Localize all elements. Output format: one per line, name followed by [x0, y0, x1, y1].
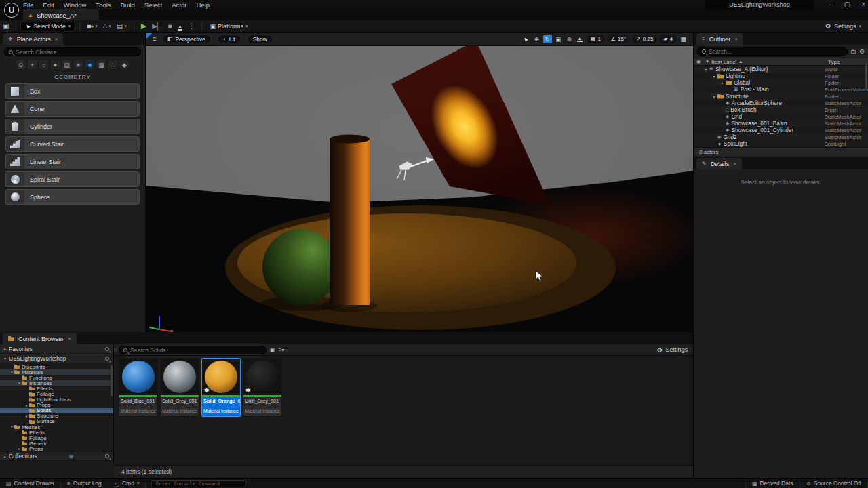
- viewport[interactable]: ≡ ◧ Perspective ◐ Lit Show ▲ ⊕ ↻ ▣ ⊛ ▲ ▦…: [146, 33, 693, 332]
- search-icon[interactable]: [105, 357, 109, 361]
- menu-item[interactable]: Actor: [172, 1, 186, 9]
- close-icon[interactable]: ×: [68, 336, 71, 342]
- folder-tree-row[interactable]: Props: [0, 446, 113, 451]
- asset-tile[interactable]: ✱ Unlit_Grey_001 Material Instance: [243, 358, 282, 417]
- derived-data-button[interactable]: ▦ Derived Data: [745, 479, 800, 488]
- menu-item[interactable]: Build: [121, 1, 135, 9]
- asset-tile[interactable]: ✱ Solid_Orange_001 Material Instance: [201, 358, 241, 417]
- close-button[interactable]: ×: [861, 1, 865, 8]
- maximize-viewport-button[interactable]: ▦: [679, 35, 688, 43]
- cylinder-top[interactable]: [330, 135, 370, 144]
- category-icon[interactable]: [85, 60, 94, 69]
- tab-place-actors[interactable]: ✛ Place Actors ×: [3, 33, 63, 45]
- folder-tree-row[interactable]: Materials: [0, 369, 113, 375]
- outliner-row[interactable]: Lighting Folder: [694, 73, 868, 79]
- expand-arrow-icon[interactable]: [719, 81, 725, 85]
- folder-tree-row[interactable]: Blueprints: [0, 364, 113, 369]
- folder-tree-row[interactable]: LightFunctions: [0, 397, 113, 403]
- stop-button[interactable]: ■: [165, 22, 175, 30]
- camera-speed-control[interactable]: ▰ 4: [659, 35, 677, 43]
- outliner-row[interactable]: Showcase_A (Editor) World: [694, 66, 868, 73]
- asset-tile[interactable]: ✱ Solid_Grey_001 Material Instance: [160, 358, 199, 417]
- outliner-row[interactable]: Showcase_001_Cylinder StaticMeshActor: [694, 127, 868, 134]
- menu-item[interactable]: Help: [196, 1, 210, 9]
- grid-snap-control[interactable]: ▦ 1: [587, 35, 605, 43]
- select-mode-dropdown[interactable]: ▲ Select Mode ▾: [20, 22, 75, 31]
- expand-arrow-icon[interactable]: [9, 425, 14, 429]
- close-icon[interactable]: ×: [55, 36, 58, 42]
- viewport-menu-icon[interactable]: ≡: [153, 35, 157, 43]
- minimize-button[interactable]: –: [829, 1, 833, 8]
- show-dropdown[interactable]: Show: [247, 35, 273, 43]
- outliner-row[interactable]: Grid2 StaticMeshActor: [694, 134, 868, 140]
- filter-icon[interactable]: ≡▾: [279, 347, 285, 353]
- add-actor-dropdown[interactable]: ■+ ▾: [84, 22, 100, 30]
- rotation-snap-control[interactable]: ∠ 15°: [607, 35, 630, 43]
- column-item-label[interactable]: Item Label: [711, 59, 736, 65]
- save-search-icon[interactable]: ▣: [270, 347, 275, 353]
- category-icon[interactable]: [120, 60, 129, 69]
- category-icon[interactable]: [97, 60, 106, 69]
- folder-tree-row[interactable]: Meshes: [0, 424, 113, 430]
- move-tool[interactable]: ⊕: [532, 35, 541, 43]
- console-command-input[interactable]: [151, 480, 246, 487]
- outliner-row[interactable]: Global Folder: [694, 79, 868, 86]
- output-log-button[interactable]: ≡ Output Log: [61, 479, 108, 488]
- viewport-scene[interactable]: [146, 46, 693, 332]
- tab-outliner[interactable]: ≡ Outliner ×: [696, 33, 743, 45]
- search-icon[interactable]: [105, 454, 109, 458]
- expand-arrow-icon[interactable]: [17, 447, 22, 451]
- category-icon[interactable]: [74, 60, 83, 69]
- folder-tree-row[interactable]: Props: [0, 403, 113, 408]
- expand-arrow-icon[interactable]: [711, 94, 717, 99]
- scale-tool[interactable]: ▣: [554, 35, 563, 43]
- folder-tree-row[interactable]: Instances: [0, 380, 113, 386]
- place-actor-item[interactable]: Curved Stair: [5, 136, 140, 152]
- outliner-row[interactable]: ArcadeEditorSphere StaticMeshActor: [694, 100, 868, 106]
- level-tab[interactable]: ▲ Showcase_A*: [23, 9, 99, 20]
- frame-skip-button[interactable]: ▶▏: [149, 22, 165, 30]
- source-control-button[interactable]: ⊘ Source Control Off: [800, 479, 868, 488]
- surface-snapping-toggle[interactable]: ▲: [576, 35, 585, 43]
- outliner-row[interactable]: Grid StaticMeshActor: [694, 113, 868, 120]
- outliner-row[interactable]: Post - Main PostProcessVolume: [694, 86, 868, 93]
- outliner-row[interactable]: Box Brush Brush: [694, 106, 868, 113]
- category-icon[interactable]: [62, 60, 71, 69]
- favorites-row[interactable]: ▸ Favorites: [0, 344, 113, 354]
- play-button[interactable]: ▶: [138, 22, 149, 30]
- expand-arrow-icon[interactable]: [17, 381, 22, 385]
- platforms-dropdown[interactable]: ▣ Platforms ▾: [206, 23, 251, 30]
- play-options-icon[interactable]: ⋮: [185, 22, 197, 30]
- unreal-logo-icon[interactable]: U: [4, 3, 19, 18]
- folder-tree-row[interactable]: Effects: [0, 430, 113, 435]
- place-actor-item[interactable]: Sphere: [5, 189, 140, 205]
- eject-button[interactable]: ▲: [175, 22, 186, 30]
- menu-item[interactable]: Select: [144, 1, 162, 9]
- menu-item[interactable]: Tools: [96, 1, 111, 9]
- eye-icon[interactable]: ◉: [694, 59, 703, 64]
- place-actor-item[interactable]: Cylinder: [5, 119, 140, 134]
- folder-tree-row[interactable]: Surface: [0, 419, 113, 424]
- category-icon[interactable]: [108, 60, 117, 69]
- menu-item[interactable]: File: [23, 1, 33, 9]
- tree-scrollbar[interactable]: [111, 365, 113, 396]
- folder-tree-row[interactable]: Structure: [0, 413, 113, 419]
- maximize-button[interactable]: ▢: [844, 1, 850, 8]
- category-icon[interactable]: [51, 60, 60, 69]
- expand-arrow-icon[interactable]: [703, 67, 709, 72]
- sphere-mesh[interactable]: [262, 229, 338, 305]
- select-tool[interactable]: ▲: [521, 35, 530, 43]
- collections-row[interactable]: ▸ Collections ⊕: [0, 451, 113, 461]
- expand-arrow-icon[interactable]: [9, 370, 14, 374]
- cylinder-mesh[interactable]: [330, 139, 370, 305]
- place-actor-item[interactable]: Spiral Stair: [5, 171, 140, 187]
- tab-details[interactable]: ✎ Details ×: [696, 158, 742, 169]
- asset-tile[interactable]: ✱ Solid_Blue_001 Material Instance: [119, 358, 158, 417]
- outliner-search-input[interactable]: [709, 48, 843, 55]
- expand-arrow-icon[interactable]: [24, 414, 29, 418]
- folder-tree-row[interactable]: Effects: [0, 386, 113, 391]
- place-actor-item[interactable]: Box: [5, 83, 140, 99]
- view-mode-dropdown[interactable]: ◐ Lit: [217, 35, 241, 43]
- category-icon[interactable]: [39, 60, 48, 69]
- perspective-dropdown[interactable]: ◧ Perspective: [161, 35, 212, 43]
